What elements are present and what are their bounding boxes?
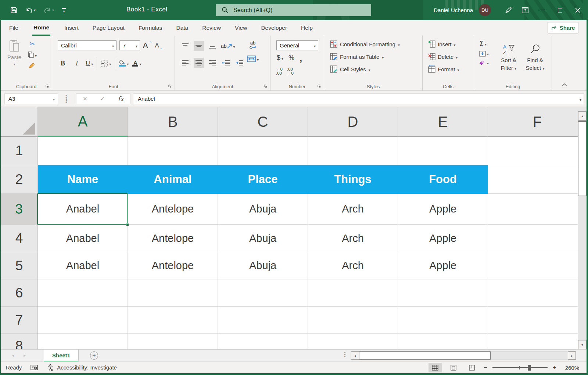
cell-A7[interactable] bbox=[38, 307, 128, 334]
align-left-button[interactable] bbox=[180, 58, 190, 68]
fill-color-button[interactable] bbox=[119, 60, 129, 67]
undo-button[interactable] bbox=[25, 7, 36, 14]
cell-D8[interactable] bbox=[308, 334, 398, 349]
alignment-dialog-launcher[interactable] bbox=[263, 84, 268, 88]
collapse-ribbon-button[interactable] bbox=[562, 83, 567, 87]
scroll-up-icon[interactable]: ▴ bbox=[578, 111, 587, 121]
expand-formula-bar-button[interactable] bbox=[580, 96, 581, 103]
row-header-1[interactable]: 1 bbox=[1, 137, 38, 165]
fill-button[interactable] bbox=[479, 50, 489, 57]
minimize-button[interactable] bbox=[534, 0, 551, 20]
tab-page-layout[interactable]: Page Layout bbox=[86, 20, 132, 36]
prev-sheet-icon[interactable]: ◂ bbox=[12, 353, 14, 358]
cell-D3[interactable]: Arch bbox=[308, 194, 398, 225]
align-right-button[interactable] bbox=[207, 58, 218, 68]
fill-handle[interactable] bbox=[126, 223, 129, 226]
align-top-button[interactable] bbox=[180, 41, 190, 51]
horizontal-scrollbar[interactable]: ◂ ▸ bbox=[351, 351, 576, 360]
italic-button[interactable]: I bbox=[72, 58, 82, 68]
font-color-button[interactable]: A bbox=[132, 60, 141, 67]
cell-D5[interactable]: Arch bbox=[308, 252, 398, 279]
font-family-select[interactable]: Calibri bbox=[58, 40, 116, 50]
increase-decimal-button[interactable]: ←0 .00 bbox=[276, 67, 283, 75]
new-sheet-button[interactable]: + bbox=[90, 351, 98, 360]
insert-function-button[interactable]: fx bbox=[118, 95, 124, 103]
cell-E5[interactable]: Apple bbox=[398, 252, 488, 279]
row-header-5[interactable]: 5 bbox=[1, 252, 38, 279]
page-break-preview-button[interactable] bbox=[465, 363, 478, 372]
close-button[interactable] bbox=[569, 0, 587, 20]
cell-C1[interactable] bbox=[218, 137, 308, 165]
format-as-table-button[interactable]: Format as Table bbox=[330, 53, 384, 60]
decrease-decimal-button[interactable]: .00 →0 bbox=[287, 67, 294, 75]
cell-B6[interactable] bbox=[128, 279, 218, 307]
cell-E1[interactable] bbox=[398, 137, 488, 165]
user-name[interactable]: Daniel Uchenna bbox=[434, 7, 473, 13]
align-center-button[interactable] bbox=[194, 58, 204, 68]
cell-A6[interactable] bbox=[38, 279, 128, 307]
delete-cells-button[interactable]: Delete bbox=[428, 53, 458, 60]
decrease-indent-button[interactable] bbox=[221, 58, 231, 68]
copy-button[interactable] bbox=[28, 51, 37, 58]
maximize-button[interactable] bbox=[551, 0, 569, 20]
cell-B2[interactable]: Animal bbox=[128, 165, 218, 194]
share-button[interactable]: Share bbox=[548, 22, 578, 33]
bold-button[interactable]: B bbox=[58, 58, 68, 68]
cell-D1[interactable] bbox=[308, 137, 398, 165]
clear-button[interactable] bbox=[479, 60, 489, 66]
pen-sparkle-icon[interactable] bbox=[500, 0, 517, 20]
find-select-button[interactable]: Find & Select bbox=[523, 40, 547, 72]
accounting-format-button[interactable]: $ bbox=[277, 54, 283, 62]
cell-F4[interactable] bbox=[488, 225, 587, 252]
cell-A8[interactable] bbox=[38, 334, 128, 349]
autosum-button[interactable]: Σ bbox=[479, 39, 489, 47]
cell-F3[interactable] bbox=[488, 194, 587, 225]
cell-A5[interactable]: Anabel bbox=[38, 252, 128, 279]
scroll-down-icon[interactable]: ▾ bbox=[578, 340, 587, 349]
formula-input[interactable]: Anabel bbox=[133, 93, 584, 104]
macro-record-button[interactable] bbox=[31, 364, 38, 371]
sheet-tab-sheet1[interactable]: Sheet1 bbox=[44, 350, 79, 362]
cell-C5[interactable]: Abuja bbox=[218, 252, 308, 279]
column-header-e[interactable]: E bbox=[398, 107, 488, 136]
percent-style-button[interactable]: % bbox=[288, 54, 294, 62]
row-header-6[interactable]: 6 bbox=[1, 279, 38, 307]
vertical-scrollbar-thumb[interactable] bbox=[578, 121, 587, 196]
cell-C4[interactable]: Abuja bbox=[218, 225, 308, 252]
scroll-right-icon[interactable]: ▸ bbox=[568, 351, 576, 360]
row-header-8[interactable]: 8 bbox=[1, 334, 38, 349]
cell-F7[interactable] bbox=[488, 307, 587, 334]
row-header-4[interactable]: 4 bbox=[1, 225, 38, 252]
tab-formulas[interactable]: Formulas bbox=[132, 20, 169, 36]
select-all-button[interactable] bbox=[1, 107, 38, 136]
tab-home[interactable]: Home bbox=[25, 20, 57, 36]
column-header-b[interactable]: B bbox=[128, 107, 218, 136]
cell-E6[interactable] bbox=[398, 279, 488, 307]
cell-E7[interactable] bbox=[398, 307, 488, 334]
cell-F5[interactable] bbox=[488, 252, 587, 279]
horizontal-scrollbar-thumb[interactable] bbox=[359, 351, 491, 360]
column-header-c[interactable]: C bbox=[218, 107, 308, 136]
borders-button[interactable] bbox=[101, 60, 111, 67]
cancel-button[interactable]: × bbox=[83, 94, 87, 103]
enter-button[interactable]: ✓ bbox=[100, 95, 105, 102]
cell-C7[interactable] bbox=[218, 307, 308, 334]
format-cells-button[interactable]: Format bbox=[428, 65, 459, 73]
tab-help[interactable]: Help bbox=[294, 20, 320, 36]
row-header-7[interactable]: 7 bbox=[1, 307, 38, 334]
cell-C8[interactable] bbox=[218, 334, 308, 349]
merge-center-button[interactable] bbox=[247, 56, 259, 62]
cell-C2[interactable]: Place bbox=[218, 165, 308, 194]
formula-bar-resize-handle[interactable]: •••• bbox=[65, 94, 67, 103]
row-header-3[interactable]: 3 bbox=[1, 194, 38, 225]
cell-F8[interactable] bbox=[488, 334, 587, 349]
customize-quick-access-icon[interactable] bbox=[62, 8, 66, 12]
clipboard-dialog-launcher[interactable] bbox=[45, 84, 49, 88]
cell-A4[interactable]: Anabel bbox=[38, 225, 128, 252]
next-sheet-icon[interactable]: ▸ bbox=[24, 353, 26, 358]
page-layout-view-button[interactable] bbox=[447, 363, 460, 372]
scroll-left-icon[interactable]: ◂ bbox=[351, 351, 359, 360]
zoom-level[interactable]: 260% bbox=[562, 365, 579, 371]
row-header-2[interactable]: 2 bbox=[1, 165, 38, 194]
cell-A3-selected[interactable]: Anabel bbox=[38, 194, 128, 225]
